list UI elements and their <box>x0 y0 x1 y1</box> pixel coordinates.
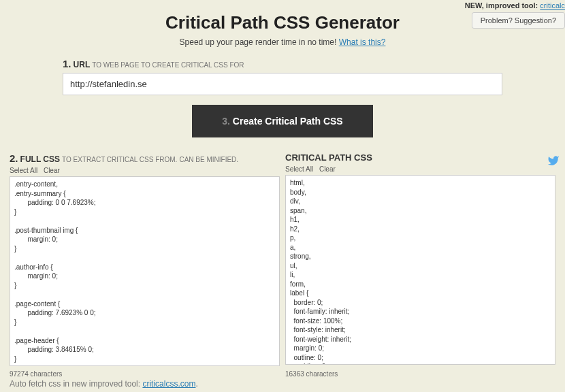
critical-css-clear[interactable]: Clear <box>319 165 336 173</box>
critical-css-actions: Select All Clear <box>285 165 555 173</box>
page-subtitle: Speed up your page render time in no tim… <box>0 37 565 47</box>
step2-label: 2. FULL CSS TO EXTRACT CRITICAL CSS FROM… <box>10 152 280 164</box>
auto-fetch-dot: . <box>195 379 197 389</box>
create-label: Create Critical Path CSS <box>233 116 343 127</box>
critical-css-pre: html, body, div, span, h1, h2, p, a, str… <box>290 179 387 365</box>
full-css-input[interactable]: .entry-content, .entry-summary { padding… <box>10 176 280 366</box>
step1-num: 1. <box>63 58 71 69</box>
subtitle-text: Speed up your page render time in no tim… <box>180 37 337 47</box>
auto-fetch-note: Auto fetch css in new improved tool: cri… <box>0 378 565 389</box>
full-css-char-count: 97274 characters <box>10 370 280 378</box>
critical-css-select-all[interactable]: Select All <box>285 165 313 173</box>
new-tool-label: NEW, improved tool: criticalc <box>465 1 565 10</box>
step3-num: 3. <box>222 116 230 127</box>
auto-fetch-text: Auto fetch css in new improved tool: <box>10 379 140 389</box>
full-css-clear[interactable]: Clear <box>44 167 60 174</box>
what-is-this-link[interactable]: What is this? <box>339 37 386 47</box>
step1-title: URL <box>74 60 91 69</box>
full-css-select-all[interactable]: Select All <box>10 167 37 174</box>
twitter-icon[interactable] <box>547 154 560 169</box>
step1-label: 1. URL TO WEB PAGE TO CREATE CRITICAL CS… <box>63 58 502 69</box>
step2-hint2: CAN BE MINIFIED. <box>179 156 238 163</box>
critical-title: CRITICAL PATH CSS <box>285 152 372 163</box>
new-tool-text: NEW, improved tool: <box>465 1 538 10</box>
step2-title: FULL CSS <box>20 154 60 164</box>
step1-hint: TO WEB PAGE TO CREATE CRITICAL CSS FOR <box>92 61 244 69</box>
step2-num: 2. <box>10 152 18 164</box>
feedback-button[interactable]: Problem? Suggestion? <box>472 12 565 29</box>
critical-css-char-count: 16363 characters <box>285 370 555 378</box>
new-tool-link[interactable]: criticalc <box>540 1 565 10</box>
create-critical-css-button[interactable]: 3. Create Critical Path CSS <box>192 105 372 137</box>
criticalcss-link[interactable]: criticalcss.com <box>142 379 195 389</box>
critical-label: CRITICAL PATH CSS <box>285 152 555 163</box>
critical-css-output[interactable]: html, body, div, span, h1, h2, p, a, str… <box>285 175 555 365</box>
url-input[interactable] <box>63 73 502 95</box>
full-css-actions: Select All Clear <box>10 167 280 174</box>
step2-hint: TO EXTRACT CRITICAL CSS FROM. <box>62 156 177 163</box>
